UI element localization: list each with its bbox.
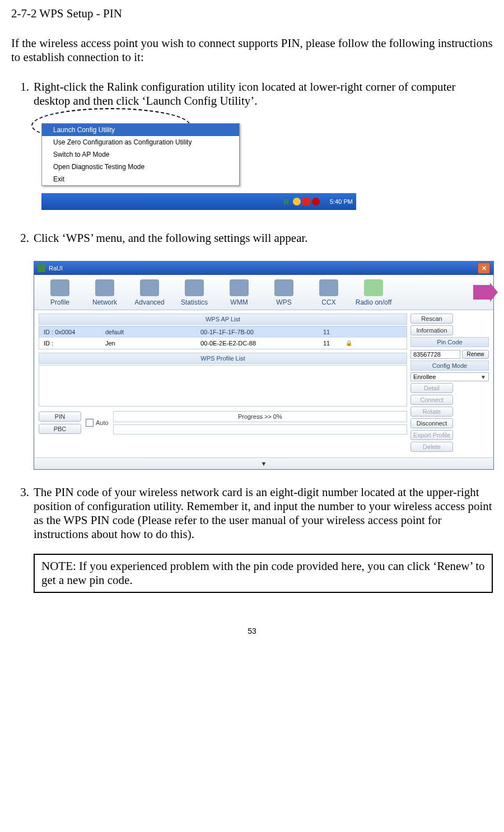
system-tray: R [283,198,320,205]
ap-row[interactable]: ID : 0x0004 default 00-1F-1F-1F-7B-00 11 [39,326,407,338]
tab-advanced[interactable]: Advanced [127,277,172,310]
chevron-down-icon: ▼ [480,374,486,380]
expander-chevron-icon[interactable]: ▼ [34,457,493,469]
renew-button[interactable]: Renew [462,350,489,359]
ap-id: ID : [44,340,105,347]
tab-wps[interactable]: WPS [262,277,306,310]
app-icon [38,264,45,272]
menu-item-launch[interactable]: Launch Config Utility [42,124,239,136]
tray-icon[interactable] [302,198,310,205]
tab-label: WPS [262,298,306,306]
configmode-select[interactable]: Enrollee ▼ [410,372,489,381]
context-menu: Launch Config Utility Use Zero Configura… [41,123,240,186]
intro-text: If the wireless access point you wish to… [11,36,493,64]
section-title: 2-7-2 WPS Setup - PIN [11,7,493,21]
pin-button[interactable]: PIN [39,412,81,422]
title-bar: RaUI ✕ [34,261,493,275]
pincode-label: Pin Code [410,337,489,347]
note-box: NOTE: If you experienced problem with th… [34,554,493,593]
ap-channel: 11 [312,340,340,347]
ap-mac: 00-0E-2E-E2-DC-88 [200,340,312,347]
tray-icon[interactable] [312,198,320,205]
tab-profile[interactable]: Profile [38,277,82,310]
tab-label: Statistics [172,298,217,306]
wps-profile-list-header: WPS Profile List [39,353,407,364]
raui-screenshot: RaUI ✕ Profile Network Advanced Statisti… [34,261,493,470]
lock-icon: 🔒 [340,340,357,347]
auto-checkbox[interactable]: Auto [86,419,109,427]
tab-label: CCX [306,298,351,306]
export-profile-button: Export Profile [410,430,453,440]
menu-item-diagnostic[interactable]: Open Diagnostic Testing Mode [42,161,239,173]
step-3: 3. The PIN code of your wireless network… [11,485,493,541]
disconnect-button[interactable]: Disconnect [410,418,453,428]
ap-ssid: default [105,329,200,335]
pincode-field[interactable]: 83567728 [410,350,460,359]
wps-ap-list: ID : 0x0004 default 00-1F-1F-1F-7B-00 11… [39,326,407,349]
ap-channel: 11 [312,329,340,335]
tray-icon[interactable] [293,198,301,205]
close-icon[interactable]: ✕ [478,263,490,274]
step-3-number: 3. [11,485,34,541]
rescan-button[interactable]: Rescan [410,314,453,324]
menu-item-zero-config[interactable]: Use Zero Configuration as Configuration … [42,136,239,148]
toolbar-tabs: Profile Network Advanced Statistics WMM … [34,275,493,310]
auto-label: Auto [96,419,109,426]
menu-item-ap-mode[interactable]: Switch to AP Mode [42,148,239,161]
step-2: 2. Click ‘WPS’ menu, and the following s… [11,231,493,245]
tab-label: Advanced [127,298,172,306]
tab-label: Network [82,298,127,306]
detail-button: Detail [410,383,453,393]
ap-mac: 00-1F-1F-1F-7B-00 [200,329,312,335]
connect-button: Connect [410,395,453,405]
tab-ccx[interactable]: CCX [306,277,351,310]
taskbar-clock: 5:40 PM [330,198,353,205]
step-1-text: Right-click the Ralink configuration uti… [34,80,493,108]
information-button[interactable]: Information [410,325,453,335]
wps-profile-list [39,365,407,406]
page-number: 53 [11,627,493,635]
step-2-number: 2. [11,231,34,245]
tab-statistics[interactable]: Statistics [172,277,217,310]
step-1: 1. Right-click the Ralink configuration … [11,80,493,108]
pbc-button[interactable]: PBC [39,424,81,434]
tab-label: Profile [38,298,82,306]
menu-item-exit[interactable]: Exit [42,173,239,185]
context-menu-screenshot: Launch Config Utility Use Zero Configura… [34,115,493,216]
ap-ssid: Jen [105,340,200,347]
progress-text: Progress >> 0% [113,411,407,422]
tab-wmm[interactable]: WMM [217,277,262,310]
window-title: RaUI [49,265,63,272]
rotate-button: Rotate [410,406,453,417]
tab-network[interactable]: Network [82,277,127,310]
ap-row[interactable]: ID : Jen 00-0E-2E-E2-DC-88 11 🔒 [39,338,407,349]
lock-icon [340,329,357,335]
ap-id: ID : 0x0004 [44,329,105,335]
configmode-value: Enrollee [413,373,436,380]
expand-arrow-icon[interactable] [473,285,490,300]
tab-radio[interactable]: Radio on/off [351,277,396,310]
taskbar: R 5:40 PM [41,193,356,210]
progress-bar [113,424,407,434]
step-2-text: Click ‘WPS’ menu, and the following sett… [34,231,493,245]
tab-label: WMM [217,298,262,306]
wps-ap-list-header: WPS AP List [39,314,407,325]
delete-button: Delete [410,442,453,452]
tab-label: Radio on/off [351,298,396,306]
configmode-label: Config Mode [410,361,489,371]
ralink-tray-icon[interactable]: R [283,198,291,205]
step-3-text: The PIN code of your wireless network ca… [34,485,493,541]
step-1-number: 1. [11,80,34,108]
